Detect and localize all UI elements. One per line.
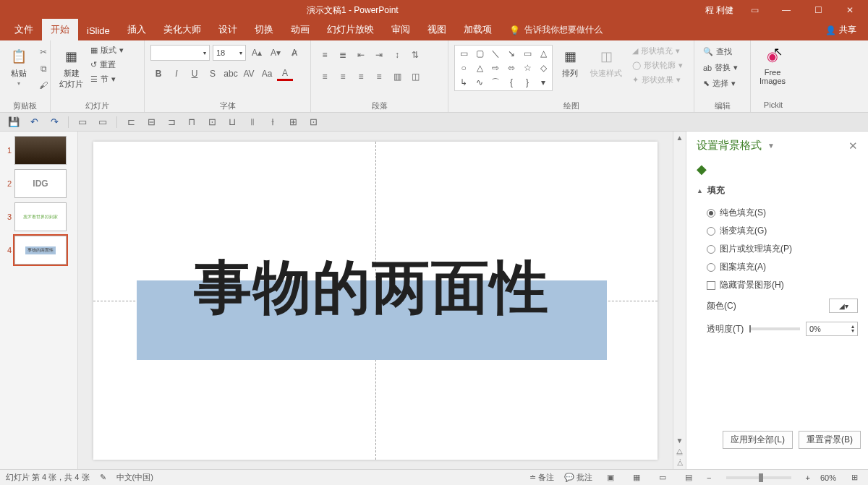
scroll-up-icon[interactable]: ▲ (673, 132, 686, 143)
transparency-input[interactable]: 0%▴▾ (806, 322, 858, 336)
normal-view-button[interactable]: ▣ (603, 472, 618, 484)
font-family-combo[interactable]: ▾ (150, 45, 210, 61)
slide-canvas[interactable]: 事物的两面性 (78, 132, 673, 469)
grow-font-button[interactable]: A▴ (249, 46, 265, 60)
reset-button[interactable]: ↺重置 (90, 59, 124, 70)
underline-button[interactable]: U (187, 66, 203, 81)
slide-thumbnails-pane[interactable]: 1 2IDG 3搜罗看世界好到家 4事物的两面性 (0, 132, 78, 469)
zoom-slider[interactable] (726, 476, 791, 479)
align-center-button[interactable]: ≡ (335, 69, 351, 84)
slide[interactable]: 事物的两面性 (93, 142, 658, 460)
ribbon-display-icon[interactable]: ▭ (744, 5, 765, 15)
replace-button[interactable]: ab替换 ▾ (700, 61, 741, 74)
smartart-button[interactable]: ◫ (407, 69, 423, 84)
fill-tab-icon[interactable]: ◆ (697, 161, 858, 177)
pickit-button[interactable]: ◉ Free Images (757, 45, 788, 87)
text-direction-button[interactable]: ⇅ (407, 48, 423, 62)
shape-effects-button[interactable]: ✦形状效果 ▾ (629, 74, 686, 86)
strike-button[interactable]: S (205, 66, 221, 81)
redo-button[interactable]: ↷ (48, 116, 61, 129)
tab-home[interactable]: 开始 (42, 19, 78, 40)
reset-background-button[interactable]: 重置背景(B) (799, 431, 861, 449)
line-spacing-button[interactable]: ↕ (389, 48, 405, 62)
cut-button[interactable]: ✂ (36, 45, 51, 59)
zoom-out-button[interactable]: − (707, 473, 711, 482)
shape-outline-button[interactable]: ◯形状轮廓 ▾ (629, 59, 686, 72)
align-top-qat[interactable]: ⊓ (185, 116, 198, 129)
copy-button[interactable]: ⧉ (36, 61, 51, 76)
tab-design[interactable]: 设计 (210, 19, 246, 40)
distribute-h-qat[interactable]: ⫴ (246, 116, 259, 129)
slideshow-view-button[interactable]: ▤ (681, 472, 697, 484)
panel-close-icon[interactable]: ✕ (848, 140, 858, 153)
italic-button[interactable]: I (169, 66, 184, 81)
solid-fill-option[interactable]: 纯色填充(S) (697, 204, 858, 222)
quick-styles-button[interactable]: ◫ 快速样式 (587, 45, 625, 80)
maximize-icon[interactable]: ☐ (807, 5, 829, 15)
fit-window-button[interactable]: ⊞ (846, 472, 862, 484)
title-text[interactable]: 事物的两面性 (194, 259, 550, 317)
change-case-button[interactable]: Aa (259, 66, 275, 81)
sorter-view-button[interactable]: ▦ (629, 472, 644, 484)
font-size-combo[interactable]: 18▾ (213, 45, 246, 61)
shape-fill-button[interactable]: ◢形状填充 ▾ (629, 45, 686, 57)
tab-file[interactable]: 文件 (6, 19, 42, 40)
find-button[interactable]: 🔍查找 (700, 45, 741, 59)
hide-bg-graphics-option[interactable]: 隐藏背景图形(H) (697, 276, 858, 294)
justify-button[interactable]: ≡ (371, 69, 387, 84)
columns-button[interactable]: ▥ (389, 69, 405, 84)
align-middle-qat[interactable]: ⊡ (205, 116, 218, 129)
vertical-scrollbar[interactable]: ▲ ▼ ⧋ ⧊ (673, 132, 686, 469)
next-slide-icon[interactable]: ⧊ (673, 458, 686, 469)
align-right-qat[interactable]: ⊐ (165, 116, 178, 129)
reading-view-button[interactable]: ▭ (655, 472, 671, 484)
undo-button[interactable]: ↶ (27, 116, 41, 129)
color-picker-button[interactable]: ◢▾ (829, 299, 858, 313)
paste-button[interactable]: 📋 粘贴 ▾ (6, 45, 32, 88)
thumb-1[interactable] (14, 136, 67, 165)
shrink-font-button[interactable]: A▾ (268, 46, 284, 60)
qat-btn-1[interactable]: ▭ (76, 116, 89, 129)
new-slide-button[interactable]: ▦ 新建 幻灯片 (56, 45, 86, 91)
align-center-h-qat[interactable]: ⊟ (145, 116, 158, 129)
minimize-icon[interactable]: — (775, 5, 797, 15)
picture-fill-option[interactable]: 图片或纹理填充(P) (697, 240, 858, 258)
save-button[interactable]: 💾 (7, 116, 20, 129)
font-color-button[interactable]: A (277, 66, 293, 81)
zoom-in-button[interactable]: + (806, 473, 810, 482)
close-icon[interactable]: ✕ (839, 5, 861, 15)
qat-btn-2[interactable]: ▭ (96, 116, 109, 129)
tab-slideshow[interactable]: 幻灯片放映 (318, 19, 383, 40)
format-painter-button[interactable]: 🖌 (36, 78, 51, 93)
prev-slide-icon[interactable]: ⧋ (673, 446, 686, 458)
clear-format-button[interactable]: A̷ (286, 46, 302, 60)
tab-addins[interactable]: 加载项 (455, 19, 501, 40)
spell-check-icon[interactable]: ✎ (100, 473, 106, 482)
comments-button[interactable]: 💬 批注 (564, 472, 592, 483)
share-button[interactable]: 👤 共享 (814, 20, 868, 40)
title-text-box[interactable]: 事物的两面性 (137, 280, 607, 360)
language-status[interactable]: 中文(中国) (116, 472, 153, 483)
gradient-fill-option[interactable]: 渐变填充(G) (697, 222, 858, 240)
thumb-2[interactable]: IDG (14, 169, 67, 198)
qat-more[interactable]: ⊞ (286, 116, 299, 129)
thumb-3[interactable]: 搜罗看世界好到家 (14, 202, 67, 231)
tab-insert[interactable]: 插入 (119, 19, 155, 40)
zoom-level[interactable]: 60% (820, 473, 836, 482)
fill-section-header[interactable]: ▲填充 (697, 184, 858, 197)
distribute-v-qat[interactable]: ⫲ (266, 116, 279, 129)
align-bottom-qat[interactable]: ⊔ (226, 116, 239, 129)
scroll-down-icon[interactable]: ▼ (673, 434, 686, 446)
indent-left-button[interactable]: ⇤ (353, 48, 369, 62)
shapes-gallery[interactable]: ▭▢＼↘▭△ ○△⇨⬄☆◇ ↳∿⌒{}▾ (454, 45, 553, 91)
indent-right-button[interactable]: ⇥ (371, 48, 387, 62)
align-right-button[interactable]: ≡ (353, 69, 369, 84)
apply-all-button[interactable]: 应用到全部(L) (723, 431, 793, 449)
bold-button[interactable]: B (150, 66, 166, 81)
tab-view[interactable]: 视图 (419, 19, 455, 40)
select-button[interactable]: ⬉选择 ▾ (700, 77, 741, 90)
layout-button[interactable]: ▦版式 ▾ (90, 45, 124, 56)
align-left-button[interactable]: ≡ (317, 69, 333, 84)
arrange-button[interactable]: ▦ 排列 (557, 45, 583, 80)
pattern-fill-option[interactable]: 图案填充(A) (697, 258, 858, 276)
